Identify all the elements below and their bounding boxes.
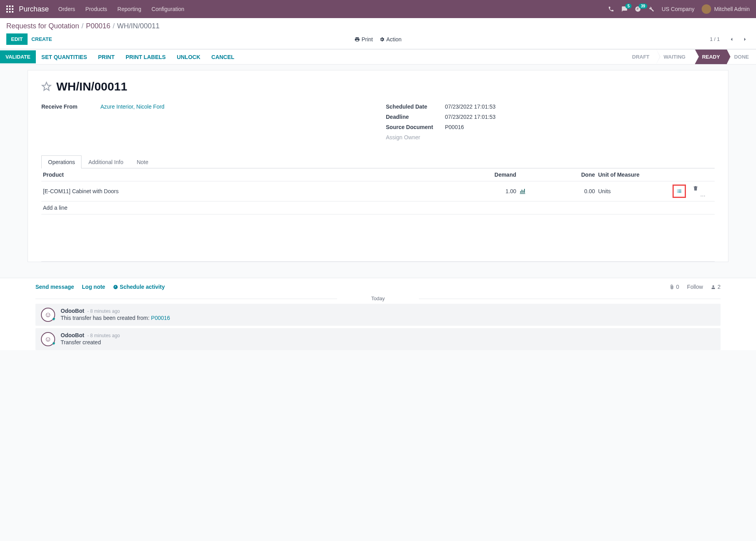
cell-uom: Units [597,181,667,201]
message-time: - 8 minutes ago [87,308,120,314]
tabs: Operations Additional Info Note [41,155,715,168]
phone-icon[interactable] [608,6,614,12]
breadcrumb-sep: / [82,22,83,30]
nav-configuration[interactable]: Configuration [152,6,184,12]
create-button[interactable]: CREATE [28,33,56,45]
company-switcher[interactable]: US Company [662,6,694,12]
add-a-line[interactable]: Add a line [41,201,715,214]
statusbar: VALIDATE SET QUANTITIES PRINT PRINT LABE… [0,49,756,65]
unlock-button[interactable]: UNLOCK [171,50,206,64]
chatter-date-separator: Today [35,295,721,301]
odoobot-avatar-icon: ☺♥ [41,308,55,322]
chatter: Send message Log note Schedule activity … [0,278,756,350]
tab-operations[interactable]: Operations [41,155,82,168]
chevron-left-icon [728,36,735,42]
validate-button[interactable]: VALIDATE [0,50,36,63]
assign-owner-label[interactable]: Assign Owner [386,134,715,140]
breadcrumb-current: WH/IN/00011 [117,22,159,30]
col-done[interactable]: Done [534,168,597,181]
messages-badge: 5 [625,4,632,9]
tab-note[interactable]: Note [130,155,155,168]
apps-icon[interactable] [6,6,13,13]
nav-orders[interactable]: Orders [58,6,75,12]
schedule-activity-button[interactable]: Schedule activity [113,284,165,290]
forecast-icon[interactable] [519,188,532,194]
log-note-button[interactable]: Log note [82,284,105,290]
stage-waiting[interactable]: WAITING [656,50,695,64]
svg-rect-1 [9,6,11,7]
cell-demand: 1.00 [455,181,518,201]
form-sheet: WH/IN/00011 Receive From Azure Interior,… [28,70,728,262]
clock-icon [113,284,118,290]
receive-from-value[interactable]: Azure Interior, Nicole Ford [100,103,370,110]
follow-button[interactable]: Follow [687,284,703,290]
detailed-operations-icon[interactable] [673,185,686,198]
receive-from-label: Receive From [41,103,100,110]
message-author: OdooBot [61,308,84,314]
tab-additional-info[interactable]: Additional Info [82,155,130,168]
pager[interactable]: 1 / 1 [710,36,720,42]
favorite-star-icon[interactable] [41,81,52,92]
cell-done: 0.00 [534,181,597,201]
col-demand[interactable]: Demand [455,168,518,181]
nav-products[interactable]: Products [85,6,107,12]
person-icon [711,284,716,290]
col-uom[interactable]: Unit of Measure [597,168,667,181]
table-row[interactable]: [E-COM11] Cabinet with Doors 1.00 0.00 U… [41,181,715,201]
action-dropdown[interactable]: Action [379,36,402,42]
stage-draft[interactable]: DRAFT [625,50,656,64]
svg-rect-8 [12,11,13,13]
source-doc-value: P00016 [445,124,715,130]
cancel-button[interactable]: CANCEL [206,50,240,64]
print-button[interactable]: PRINT [93,50,120,64]
user-menu[interactable]: Mitchell Admin [702,4,750,14]
controlbar: EDIT CREATE Print Action 1 / 1 [0,31,756,49]
source-doc-label: Source Document [386,124,445,130]
svg-rect-5 [12,8,13,10]
stage-done[interactable]: DONE [727,50,756,64]
chevron-right-icon [742,36,748,42]
pager-prev[interactable] [727,35,736,44]
stage-ready[interactable]: READY [695,50,727,64]
message-author: OdooBot [61,332,84,338]
message-time: - 8 minutes ago [87,333,120,338]
breadcrumb-sep: / [113,22,115,30]
breadcrumb: Requests for Quotation / P00016 / WH/IN/… [0,18,756,31]
print-labels-button[interactable]: PRINT LABELS [120,50,171,64]
deadline-value: 07/23/2022 17:01:53 [445,114,715,120]
app-name[interactable]: Purchase [19,5,49,13]
pager-next[interactable] [740,35,750,44]
cell-product: [E-COM11] Cabinet with Doors [41,181,455,201]
scheduled-date-value: 07/23/2022 17:01:53 [445,103,715,110]
paperclip-icon [669,284,674,290]
svg-rect-2 [12,6,13,7]
operations-table: Product Demand Done Unit of Measure [E-C… [41,168,715,262]
print-icon [354,37,360,42]
tools-icon[interactable] [648,6,654,12]
col-product[interactable]: Product [41,168,455,181]
attachments-count[interactable]: 0 [669,284,679,290]
set-quantities-button[interactable]: SET QUANTITIES [36,50,93,64]
activities-badge: 39 [639,4,647,9]
print-dropdown[interactable]: Print [354,36,373,42]
nav-reporting[interactable]: Reporting [117,6,141,12]
breadcrumb-rfq[interactable]: Requests for Quotation [6,22,79,30]
activities-icon[interactable]: 39 [635,6,641,12]
breadcrumb-order[interactable]: P00016 [86,22,110,30]
send-message-button[interactable]: Send message [35,284,74,290]
edit-button[interactable]: EDIT [6,33,28,45]
svg-rect-4 [9,8,11,10]
gear-icon [379,37,385,42]
message-link[interactable]: P00016 [151,315,170,321]
delete-line-icon[interactable] [693,185,713,191]
avatar-icon [702,4,711,14]
user-name: Mitchell Admin [714,6,750,12]
messages-icon[interactable]: 5 [621,6,628,12]
svg-rect-3 [6,8,8,10]
subheader: Requests for Quotation / P00016 / WH/IN/… [0,18,756,49]
message: ☺♥ OdooBot - 8 minutes ago Transfer crea… [35,328,721,350]
odoobot-avatar-icon: ☺♥ [41,332,55,346]
record-title: WH/IN/00011 [56,80,127,93]
topbar: Purchase Orders Products Reporting Confi… [0,0,756,18]
followers-count[interactable]: 2 [711,284,721,290]
